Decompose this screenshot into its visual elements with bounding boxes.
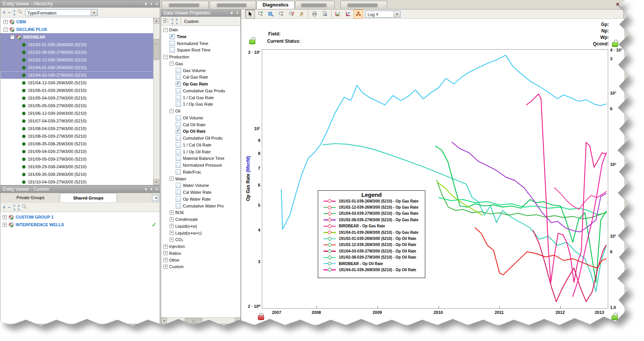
checkbox[interactable]: [176, 156, 181, 161]
property-branch[interactable]: +Injection: [161, 243, 240, 250]
print-button[interactable]: [310, 10, 319, 19]
well-item[interactable]: 191/05-05-039-27W3/00 (5210): [0, 102, 154, 109]
checkbox[interactable]: [176, 203, 181, 209]
hierarchy-scrollbar[interactable]: ▲ ▼: [153, 18, 160, 185]
chevron-down-icon[interactable]: ▼: [144, 0, 148, 8]
properties-hscrollbar[interactable]: ◄ ||| ►: [161, 317, 240, 324]
property-checkbox-item[interactable]: 1 / Op Gas Rate: [161, 101, 240, 108]
legend-item[interactable]: 191/02-08-039-27W3/00 (5210) - Op Gas Ra…: [318, 217, 425, 223]
property-checkbox-item[interactable]: Cal Water Rate: [161, 189, 240, 196]
legend-item[interactable]: 191/02-01-039-26W3/00 (5210) - Op Oil Ra…: [318, 235, 425, 241]
tree-item[interactable]: +CBM: [0, 18, 154, 26]
well-item[interactable]: 191/09-05-039-27W3/00 (5210): [0, 155, 154, 163]
checkbox[interactable]: [176, 149, 181, 154]
pin-icon[interactable]: 🖈: [235, 10, 239, 17]
zoom-reset-button[interactable]: [287, 10, 296, 19]
property-branch[interactable]: −Date: [161, 26, 240, 33]
property-checkbox-item[interactable]: Cumulative Oil Produ: [161, 135, 240, 142]
legend-item[interactable]: 191/02-01-039-26W3/00 (5210) - Op Gas Ra…: [318, 198, 425, 204]
legend-item[interactable]: 191/04-03-039-27W3/00 (5210) - Op Gas Ra…: [318, 211, 425, 217]
property-checkbox-item[interactable]: Normalized Time: [161, 40, 240, 47]
tab-diagnostics[interactable]: Diagnostics: [256, 1, 295, 9]
series-line[interactable]: [475, 228, 606, 275]
series-line[interactable]: [573, 153, 606, 296]
checkbox[interactable]: [176, 162, 181, 168]
legend-item[interactable]: 191/04-01-039-26W3/00 (5210) - Op Oil Ra…: [318, 267, 425, 273]
property-checkbox-item[interactable]: Square Root Time: [161, 47, 240, 53]
property-checkbox-item[interactable]: Cumulative Water Pro: [161, 203, 240, 209]
well-item[interactable]: 191/09-29-038-24W3/00 (5210): [0, 163, 154, 170]
checkbox[interactable]: [176, 74, 181, 80]
scroll-left-icon[interactable]: ◄: [161, 318, 167, 323]
property-branch[interactable]: +Liquid(o+w+c): [161, 230, 240, 236]
well-item[interactable]: 191/04-12-039-26W3/00 (5210): [0, 79, 154, 87]
legend-item[interactable]: 191/04-01-039-26W3/00 (5210) - Op Gas Ra…: [318, 229, 425, 235]
checkbox[interactable]: [176, 122, 181, 127]
checkbox[interactable]: [176, 115, 181, 121]
property-checkbox-item[interactable]: Cal Oil Rate: [161, 121, 240, 128]
expand-toggle-icon[interactable]: +: [163, 258, 168, 262]
expand-toggle-icon[interactable]: +: [3, 223, 7, 227]
checkbox[interactable]: [176, 196, 181, 202]
well-item[interactable]: 191/05-01-039-26W3/00 (5210): [0, 87, 154, 94]
expand-toggle-icon[interactable]: −: [170, 109, 174, 113]
property-checkbox-item[interactable]: 1 / Cal Gas Rate: [161, 94, 240, 101]
checkbox[interactable]: [170, 41, 175, 46]
toolbar-grip[interactable]: ⦙: [244, 12, 245, 16]
well-item[interactable]: 191/08-04-039-27W3/00 (5210): [0, 125, 154, 132]
type-formation-combo[interactable]: Type/Formation ▼: [25, 9, 98, 16]
unlocked-icon[interactable]: [612, 313, 617, 317]
expand-toggle-icon[interactable]: +: [3, 215, 7, 219]
well-item[interactable]: 191/08-05-039-27W3/00 (5210): [0, 132, 154, 140]
custom-group-item[interactable]: +CUSTOM GROUP 1: [0, 213, 160, 221]
close-icon[interactable]: ✕: [614, 1, 621, 8]
pan-hand-button[interactable]: [297, 10, 306, 19]
search-icon[interactable]: [18, 9, 23, 16]
property-branch[interactable]: −Water: [161, 175, 240, 182]
tab-redacted[interactable]: [210, 1, 256, 9]
well-item[interactable]: 191/07-04-039-27W3/00 (5210): [0, 117, 154, 125]
search-icon[interactable]: [22, 204, 27, 211]
property-branch[interactable]: +Other: [161, 257, 240, 264]
expand-toggle-icon[interactable]: −: [163, 28, 168, 32]
add-button[interactable]: +: [3, 10, 6, 15]
chevron-down-icon[interactable]: ▼: [152, 195, 158, 201]
property-checkbox-item[interactable]: 1 / Op Oil Rate: [161, 148, 240, 155]
checkbox[interactable]: [170, 47, 175, 53]
expand-toggle-icon[interactable]: +: [170, 211, 174, 215]
checkbox[interactable]: [176, 88, 181, 93]
legend-item[interactable]: 191/02-12-039-26W3/00 (5210) - Op Gas Ra…: [318, 204, 425, 210]
property-list-icon[interactable]: [163, 18, 169, 25]
property-checkbox-item[interactable]: Rate/Frac: [161, 169, 240, 175]
chevron-down-icon[interactable]: ▼: [394, 11, 400, 17]
pin-icon[interactable]: 🖈: [150, 186, 154, 193]
expand-toggle-icon[interactable]: +: [170, 224, 174, 228]
legend-item[interactable]: 191/02-12-039-26W3/00 (5210) - Op Oil Ra…: [318, 242, 425, 248]
property-branch[interactable]: −Production: [161, 53, 240, 60]
expand-all-icon[interactable]: ∨∨: [171, 18, 173, 25]
property-checkbox-item[interactable]: 1 / Cal Oil Rate: [161, 142, 240, 148]
chevron-down-icon[interactable]: ▼: [91, 10, 97, 16]
well-item[interactable]: 191/02-01-039-26W3/00 (5210): [0, 41, 154, 48]
checkbox[interactable]: [176, 101, 181, 107]
property-branch[interactable]: +BOE: [161, 209, 240, 216]
property-branch[interactable]: +Ratios: [161, 250, 240, 257]
checkbox-checked[interactable]: [170, 34, 175, 39]
expand-toggle-icon[interactable]: −: [163, 55, 168, 59]
close-icon[interactable]: ✕: [155, 186, 159, 193]
tree-item[interactable]: −BIRDBEAR: [0, 33, 154, 41]
plot-area[interactable]: [262, 49, 608, 309]
select-cursor-button[interactable]: [245, 10, 255, 19]
scroll-down-icon[interactable]: ▼: [154, 179, 159, 185]
well-item[interactable]: 191/09-35-038-26W3/00 (5210): [0, 170, 154, 178]
zoom-window-button[interactable]: [266, 10, 276, 19]
expand-toggle-icon[interactable]: −: [3, 27, 8, 32]
legend-item[interactable]: BIRDBEAR - Op Oil Rate: [318, 261, 425, 267]
print-preview-button[interactable]: [320, 10, 330, 19]
property-branch[interactable]: −Gas: [161, 60, 240, 67]
collapse-all-icon[interactable]: ∧∧: [176, 18, 178, 25]
well-item[interactable]: 191/02-12-039-26W3/00 (5210): [0, 56, 154, 64]
collapse-all-icon[interactable]: ∧∧: [13, 9, 15, 16]
chevron-down-icon[interactable]: ▼: [144, 186, 148, 193]
expand-toggle-icon[interactable]: +: [163, 265, 168, 269]
